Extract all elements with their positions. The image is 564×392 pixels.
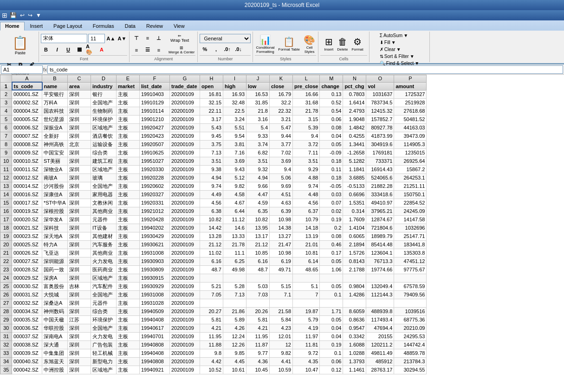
cell-r31-c4[interactable]: 主板: [117, 332, 140, 341]
cell-r12-c1[interactable]: 南玻A: [42, 174, 68, 182]
cell-r6-c4[interactable]: 主板: [117, 123, 140, 132]
cell-r30-c15[interactable]: 20210.09: [394, 324, 427, 332]
cell-r3-c6[interactable]: 20200109: [170, 98, 200, 107]
cell-r20-c3[interactable]: 汽车服务: [91, 240, 117, 249]
cell-r18-c12[interactable]: 0.2: [320, 224, 343, 232]
cell-r20-c9[interactable]: 21.12: [246, 240, 270, 249]
tab-formulas[interactable]: Formulas: [88, 22, 119, 31]
cell-r13-c7[interactable]: 9.74: [200, 182, 223, 190]
cell-r33-c9[interactable]: 9.77: [246, 349, 270, 357]
cell-r26-c6[interactable]: 20200109: [170, 290, 200, 299]
cell-r33-c12[interactable]: 0.1: [320, 349, 343, 357]
cell-r7-c8[interactable]: 9.54: [223, 132, 246, 140]
cell-r13-c3[interactable]: 全国地产: [91, 182, 117, 190]
col-header-k[interactable]: K: [270, 75, 293, 83]
cell-r32-c11[interactable]: 11.81: [293, 341, 320, 349]
cell-r29-c12[interactable]: 0.05: [320, 315, 343, 324]
cell-r3-c2[interactable]: 深圳: [68, 98, 91, 107]
cell-r21-c10[interactable]: 10.98: [270, 249, 293, 257]
cell-r33-c14[interactable]: 49811.49: [366, 349, 394, 357]
cell-r9-c9[interactable]: 6.82: [246, 148, 270, 157]
cell-r9-c8[interactable]: 7.16: [223, 148, 246, 157]
cell-r6-c0[interactable]: 000006.SZ: [12, 123, 42, 132]
cell-r27-c13[interactable]: [343, 299, 366, 307]
cell-r4-c6[interactable]: 20200109: [170, 107, 200, 115]
cell-r25-c0[interactable]: 000030.SZ: [12, 282, 42, 290]
col-header-d[interactable]: D: [91, 75, 117, 83]
cell-r11-c11[interactable]: 9.29: [293, 165, 320, 174]
cell-r12-c3[interactable]: 玻璃: [91, 174, 117, 182]
cell-r11-c9[interactable]: 9.32: [246, 165, 270, 174]
cell-r27-c5[interactable]: 19931028: [140, 299, 170, 307]
cell-r15-c0[interactable]: 000017.SZ: [12, 199, 42, 207]
cell-r20-c1[interactable]: 特力A: [42, 240, 68, 249]
cell-r9-c12[interactable]: -0.09: [320, 148, 343, 157]
cell-r34-c6[interactable]: 20200109: [170, 357, 200, 366]
cell-r26-c15[interactable]: 79409.56: [394, 290, 427, 299]
cell-r19-c2[interactable]: 深圳: [68, 232, 91, 240]
cell-r24-c14[interactable]: [366, 274, 394, 282]
cell-r34-c4[interactable]: 主板: [117, 357, 140, 366]
cell-r15-c14[interactable]: 49410.97: [366, 199, 394, 207]
cell-r20-c10[interactable]: 21.47: [270, 240, 293, 249]
cell-r29-c7[interactable]: 5.81: [200, 315, 223, 324]
cell-r20-c14[interactable]: 85414.48: [366, 240, 394, 249]
percent-btn[interactable]: %: [200, 44, 210, 54]
cell-r21-c0[interactable]: 000026.SZ: [12, 249, 42, 257]
col-header-e[interactable]: E: [117, 75, 140, 83]
cell-r20-c11[interactable]: 21.01: [293, 240, 320, 249]
cell-r27-c10[interactable]: [270, 299, 293, 307]
cell-r15-c5[interactable]: 19920331: [140, 199, 170, 207]
cell-r7-c11[interactable]: 9.4: [293, 132, 320, 140]
cell-r9-c3[interactable]: 综合类: [91, 148, 117, 157]
undo-btn[interactable]: ↩: [19, 12, 26, 19]
cell-r25-c10[interactable]: 5.15: [270, 282, 293, 290]
cell-r32-c3[interactable]: 广告包装: [91, 341, 117, 349]
align-bottom-btn[interactable]: ⊥: [154, 33, 164, 43]
cell-r26-c12[interactable]: 0.1: [320, 290, 343, 299]
cell-r6-c10[interactable]: 5.47: [270, 123, 293, 132]
cell-r19-c8[interactable]: 13.33: [223, 232, 246, 240]
cell-styles-btn[interactable]: 🎨 CellStyles: [303, 33, 316, 55]
cell-r3-c7[interactable]: 32.15: [200, 98, 223, 107]
cell-r32-c13[interactable]: 1.6088: [343, 341, 366, 349]
cell-r12-c6[interactable]: 20200109: [170, 174, 200, 182]
cell-r29-c8[interactable]: 5.89: [223, 315, 246, 324]
cell-r28-c11[interactable]: 19.87: [293, 307, 320, 315]
cell-r13-c4[interactable]: 主板: [117, 182, 140, 190]
cell-r12-c8[interactable]: 5.12: [223, 174, 246, 182]
cell-r19-c11[interactable]: 13.19: [293, 232, 320, 240]
spreadsheet-container[interactable]: A B C D E F G H I J K L M N O P 1ts_code…: [0, 75, 564, 392]
cell-r6-c6[interactable]: 20200109: [170, 123, 200, 132]
cell-r20-c13[interactable]: 2.1894: [343, 240, 366, 249]
cell-r15-c13[interactable]: 1.5351: [343, 199, 366, 207]
cell-r34-c10[interactable]: 4.41: [270, 357, 293, 366]
bold-btn[interactable]: B: [41, 45, 51, 55]
cell-r32-c6[interactable]: 20200109: [170, 341, 200, 349]
cell-r30-c13[interactable]: 0.9547: [343, 324, 366, 332]
cell-r2-c4[interactable]: 主板: [117, 90, 140, 98]
cell-r6-c13[interactable]: 1.4842: [343, 123, 366, 132]
cell-r21-c11[interactable]: 10.81: [293, 249, 320, 257]
cell-r31-c3[interactable]: 火力发电: [91, 332, 117, 341]
cell-r4-c1[interactable]: 国农科技: [42, 107, 68, 115]
cell-r29-c11[interactable]: 5.79: [293, 315, 320, 324]
cell-r6-c5[interactable]: 19920427: [140, 123, 170, 132]
cell-r18-c15[interactable]: 1032696: [394, 224, 427, 232]
cell-r30-c5[interactable]: 19940617: [140, 324, 170, 332]
cell-r5-c3[interactable]: 环境保护: [91, 115, 117, 123]
cell-r19-c5[interactable]: 19930429: [140, 232, 170, 240]
cell-r23-c15[interactable]: 97775.67: [394, 265, 427, 274]
cell-r3-c11[interactable]: 31.68: [293, 98, 320, 107]
cell-r14-c10[interactable]: 4.51: [270, 190, 293, 199]
cell-r35-c2[interactable]: 深圳: [68, 366, 91, 374]
col-header-p[interactable]: P: [394, 75, 427, 83]
cell-r21-c9[interactable]: 10.85: [246, 249, 270, 257]
cell-r16-c13[interactable]: 0.314: [343, 207, 366, 215]
cell-r4-c15[interactable]: 27618.68: [394, 107, 427, 115]
cell-r13-c5[interactable]: 19920602: [140, 182, 170, 190]
cell-r30-c4[interactable]: 主板: [117, 324, 140, 332]
cell-r29-c6[interactable]: 20200109: [170, 315, 200, 324]
cell-r27-c3[interactable]: 元器件: [91, 299, 117, 307]
cell-r7-c0[interactable]: 000007.SZ: [12, 132, 42, 140]
